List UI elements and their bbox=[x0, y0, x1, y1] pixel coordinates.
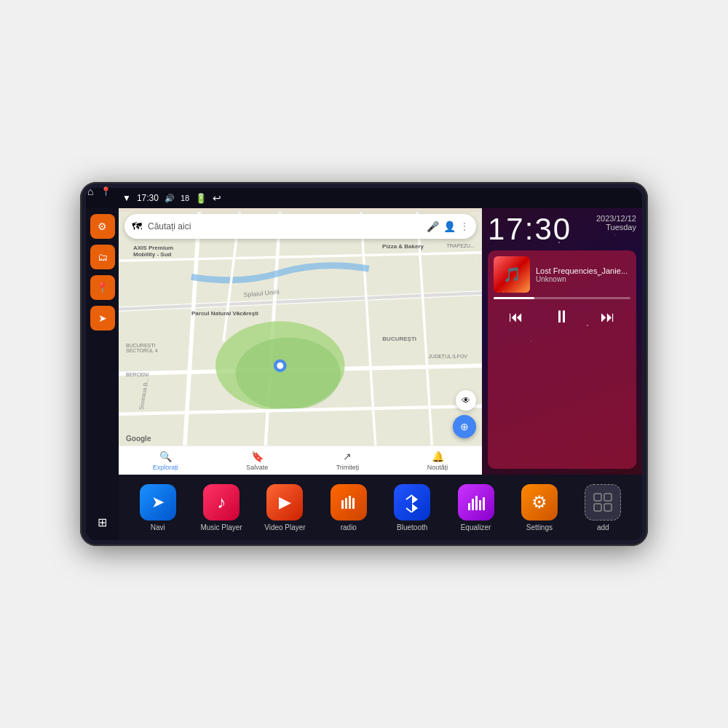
add-app-icon bbox=[585, 484, 621, 521]
svg-point-9 bbox=[236, 337, 341, 410]
app-item-music-player[interactable]: ♪ Music Player bbox=[199, 484, 243, 531]
video-player-app-label: Video Player bbox=[264, 523, 306, 531]
map-tab-saved-label: Salvate bbox=[246, 464, 268, 471]
map-search-bar[interactable]: 🗺 Căutați aici 🎤 👤 ⋮ bbox=[124, 214, 476, 239]
time-hours: 17 bbox=[488, 212, 525, 246]
map-label-judet: JUDEȚUL ILFOV bbox=[429, 354, 467, 359]
menu-icon[interactable]: ⋮ bbox=[460, 221, 469, 232]
app-item-settings[interactable]: ⚙ Settings bbox=[518, 484, 561, 531]
music-player-widget: 🎵 Lost Frequencies_Janie... Unknown bbox=[488, 250, 636, 469]
maps-status-icon[interactable]: 📍 bbox=[100, 188, 111, 197]
svg-rect-18 bbox=[345, 498, 347, 509]
navi-app-label: Navi bbox=[151, 523, 165, 531]
app-item-bluetooth[interactable]: Bluetooth bbox=[390, 484, 434, 531]
next-button[interactable]: ⏭ bbox=[598, 306, 618, 328]
app-item-video-player[interactable]: ▶ Video Player bbox=[263, 484, 306, 531]
gear-icon: ⚙ bbox=[531, 492, 547, 513]
google-watermark: Google bbox=[126, 435, 151, 443]
add-grid-icon bbox=[593, 492, 613, 513]
radio-app-icon bbox=[331, 484, 367, 521]
settings-app-label: Settings bbox=[526, 523, 553, 531]
sidebar-item-maps[interactable]: 📍 bbox=[90, 275, 115, 300]
grid-icon: ⊞ bbox=[98, 515, 107, 529]
map-container[interactable]: Splaiul Unirii Șoseaua B... 🗺 Căutați ai… bbox=[119, 208, 482, 475]
main-content: ⚙ 🗂 📍 ➤ ⊞ bbox=[86, 208, 642, 540]
svg-rect-24 bbox=[472, 499, 474, 510]
music-title: Lost Frequencies_Janie... bbox=[536, 266, 630, 275]
bottom-app-bar: ➤ Navi ♪ Music Player ▶ V bbox=[119, 475, 642, 540]
radio-waves-icon bbox=[339, 493, 358, 512]
map-search-placeholder[interactable]: Căutați aici bbox=[148, 221, 421, 232]
music-player-app-label: Music Player bbox=[200, 523, 242, 531]
status-home-area: ⌂ 📍 bbox=[87, 188, 111, 197]
map-label-bucuresti: BUCUREȘTI bbox=[382, 336, 416, 342]
time-colon: : bbox=[525, 212, 535, 246]
music-note-icon: ♪ bbox=[217, 492, 226, 513]
navi-icon: ➤ bbox=[151, 493, 165, 512]
map-tab-share[interactable]: ↗ Trimiteți bbox=[336, 451, 360, 471]
sidebar-item-files[interactable]: 🗂 bbox=[90, 245, 115, 269]
album-art-icon: 🎵 bbox=[503, 266, 521, 283]
prev-button[interactable]: ⏮ bbox=[506, 306, 526, 328]
svg-point-14 bbox=[277, 363, 283, 369]
sidebar-grid-button[interactable]: ⊞ bbox=[90, 510, 115, 534]
svg-rect-20 bbox=[352, 498, 355, 509]
map-tab-explore[interactable]: 🔍 Explorați bbox=[153, 451, 178, 471]
play-pause-button[interactable]: ⏸ bbox=[550, 304, 574, 330]
music-player-app-icon: ♪ bbox=[203, 484, 240, 521]
svg-line-22 bbox=[406, 508, 412, 513]
microphone-icon[interactable]: 🎤 bbox=[427, 221, 439, 232]
equalizer-bars-icon bbox=[467, 493, 486, 512]
add-app-label: add bbox=[597, 523, 609, 531]
device-screen: ⌂ 📍 ▼ 17:30 🔊 18 🔋 ↩ bbox=[86, 188, 642, 540]
svg-rect-30 bbox=[594, 504, 601, 511]
map-search-right: 🎤 👤 ⋮ bbox=[427, 221, 469, 232]
location-icon: ⊕ bbox=[460, 421, 469, 432]
app-item-add[interactable]: add bbox=[581, 484, 625, 531]
sidebar-item-settings[interactable]: ⚙ bbox=[90, 214, 115, 239]
music-controls: ⏮ ⏸ ⏭ bbox=[494, 304, 630, 330]
back-icon[interactable]: ↩ bbox=[213, 192, 221, 204]
equalizer-app-label: Equalizer bbox=[461, 523, 491, 531]
map-location-button[interactable]: ⊕ bbox=[453, 415, 476, 438]
svg-rect-19 bbox=[349, 496, 351, 509]
map-tab-explore-label: Explorați bbox=[153, 464, 178, 471]
app-item-radio[interactable]: radio bbox=[327, 484, 371, 531]
music-info: Lost Frequencies_Janie... Unknown bbox=[536, 266, 630, 283]
left-sidebar: ⚙ 🗂 📍 ➤ ⊞ bbox=[86, 208, 119, 540]
share-icon: ↗ bbox=[343, 451, 352, 462]
svg-rect-23 bbox=[468, 503, 470, 510]
navi-icon: ➤ bbox=[98, 312, 107, 324]
map-tab-saved[interactable]: 🔖 Salvate bbox=[246, 451, 268, 471]
map-pin-icon: 📍 bbox=[96, 282, 108, 293]
map-label-berceni: BERCENI bbox=[126, 372, 149, 377]
app-item-navi[interactable]: ➤ Navi bbox=[136, 484, 180, 531]
sidebar-item-navi[interactable]: ➤ bbox=[90, 306, 115, 331]
map-bottom-bar: 🔍 Explorați 🔖 Salvate ↗ Trimiteți bbox=[119, 446, 482, 475]
account-icon[interactable]: 👤 bbox=[443, 221, 456, 232]
map-compass-button[interactable]: 👁 bbox=[456, 390, 476, 411]
battery-icon: 🔋 bbox=[195, 193, 207, 204]
settings-app-icon: ⚙ bbox=[521, 484, 558, 521]
radio-app-label: radio bbox=[341, 523, 357, 531]
home-icon[interactable]: ⌂ bbox=[87, 188, 93, 197]
svg-rect-28 bbox=[594, 494, 601, 501]
top-section: Splaiul Unirii Șoseaua B... 🗺 Căutați ai… bbox=[119, 208, 642, 475]
volume-icon: 🔊 bbox=[165, 194, 175, 203]
app-item-equalizer[interactable]: Equalizer bbox=[454, 484, 498, 531]
compass-icon: 👁 bbox=[462, 395, 470, 405]
time-section: 17:30 2023/12/12 Tuesday bbox=[488, 214, 636, 245]
equalizer-app-icon bbox=[458, 484, 494, 521]
bluetooth-app-label: Bluetooth bbox=[397, 523, 427, 531]
wifi-icon: ▼ bbox=[122, 193, 131, 203]
svg-rect-27 bbox=[483, 497, 485, 510]
map-tab-news[interactable]: 🔔 Noutăți bbox=[427, 451, 448, 471]
explore-icon: 🔍 bbox=[159, 451, 172, 462]
news-icon: 🔔 bbox=[432, 451, 444, 462]
battery-level: 18 bbox=[181, 194, 189, 202]
music-progress-fill bbox=[494, 297, 534, 299]
music-progress-track[interactable] bbox=[494, 297, 630, 299]
files-icon: 🗂 bbox=[98, 251, 108, 263]
google-maps-icon: 🗺 bbox=[132, 221, 142, 232]
navi-app-icon: ➤ bbox=[140, 484, 176, 521]
